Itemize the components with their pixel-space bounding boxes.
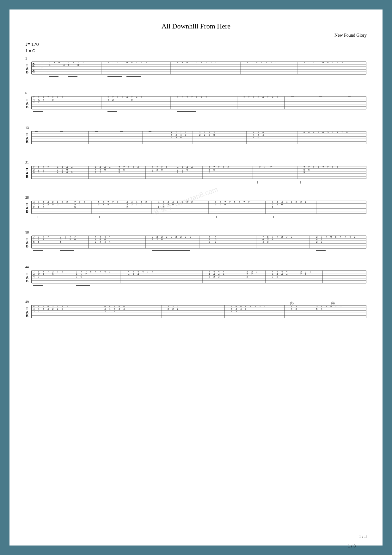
svg-text:5: 5 (220, 203, 221, 206)
svg-text:8: 8 (90, 270, 92, 273)
svg-text:0: 0 (43, 171, 44, 174)
svg-text:0: 0 (43, 206, 44, 209)
svg-text:2: 2 (73, 61, 74, 64)
svg-text:B: B (26, 279, 28, 283)
svg-text:2: 2 (254, 305, 256, 308)
svg-text:2: 2 (231, 310, 232, 313)
svg-text:4: 4 (340, 235, 341, 238)
svg-text:2: 2 (33, 206, 35, 209)
svg-text:2: 2 (76, 275, 77, 278)
svg-text:7: 7 (229, 201, 231, 203)
svg-text:2: 2 (209, 134, 210, 136)
svg-text:7: 7 (308, 61, 310, 64)
svg-text:7: 7 (47, 270, 49, 273)
svg-text:2: 2 (204, 134, 205, 136)
svg-text:0: 0 (38, 171, 40, 174)
svg-text:4: 4 (136, 96, 138, 99)
svg-text:2: 2 (131, 203, 133, 206)
svg-text:6: 6 (224, 203, 226, 206)
svg-text:4: 4 (286, 201, 288, 203)
svg-text:7: 7 (117, 201, 119, 203)
svg-text:0: 0 (161, 238, 163, 241)
tab-notation: ♩= 170 1 = C 1 T A B 2 4 — 1 7 6 (25, 41, 367, 554)
svg-text:7: 7 (239, 201, 240, 203)
svg-text:0: 0 (141, 203, 142, 206)
svg-text:6: 6 (256, 61, 258, 64)
svg-text:4: 4 (349, 235, 351, 238)
svg-text:6: 6 (182, 96, 183, 99)
svg-text:0: 0 (57, 203, 58, 206)
svg-text:0: 0 (152, 171, 153, 174)
svg-text:2: 2 (277, 96, 278, 99)
svg-text:0: 0 (187, 168, 188, 171)
svg-text:7: 7 (313, 61, 315, 64)
svg-text:5: 5 (123, 168, 125, 171)
svg-text:4: 4 (43, 308, 44, 310)
svg-text:2: 2 (38, 310, 40, 313)
svg-text:4: 4 (281, 273, 283, 276)
svg-text:7: 7 (267, 96, 269, 99)
svg-text:2: 2 (247, 275, 248, 278)
svg-text:—: — (120, 130, 123, 133)
svg-text:2: 2 (47, 203, 49, 206)
svg-text:7: 7 (57, 96, 58, 99)
svg-text:21: 21 (25, 161, 29, 165)
svg-text:2: 2 (196, 96, 198, 99)
svg-text:4: 4 (337, 61, 338, 64)
svg-text:6: 6 (68, 64, 70, 66)
svg-text:7: 7 (318, 166, 319, 169)
svg-text:2: 2 (66, 201, 68, 203)
svg-text:—: — (319, 95, 322, 98)
svg-text:13: 13 (25, 126, 29, 130)
svg-text:7: 7 (84, 201, 85, 203)
svg-text:4: 4 (33, 275, 35, 278)
svg-text:2: 2 (85, 273, 87, 276)
svg-text:7: 7 (286, 235, 288, 238)
svg-text:2: 2 (281, 235, 283, 238)
svg-text:2: 2 (156, 168, 158, 171)
svg-text:4: 4 (177, 61, 179, 64)
svg-text:B: B (26, 70, 28, 74)
svg-text:2: 2 (109, 270, 111, 273)
svg-text:0: 0 (52, 98, 54, 101)
svg-text:4: 4 (262, 240, 264, 243)
svg-text:5: 5 (74, 206, 76, 209)
svg-text:2: 2 (109, 310, 111, 313)
svg-text:7: 7 (337, 131, 338, 134)
svg-text:7: 7 (248, 201, 250, 203)
svg-text:3: 3 (190, 235, 191, 238)
svg-text:0: 0 (180, 136, 182, 139)
svg-text:2: 2 (250, 305, 251, 308)
svg-text:4: 4 (138, 273, 139, 276)
svg-text:2: 2 (354, 235, 356, 238)
svg-text:2: 2 (172, 308, 174, 310)
svg-text:7: 7 (266, 61, 267, 64)
tempo-marking: ♩= 170 (25, 42, 39, 47)
svg-text:—: — (348, 95, 351, 98)
svg-text:7: 7 (112, 61, 114, 64)
svg-text:6: 6 (25, 91, 27, 95)
svg-text:2: 2 (291, 201, 292, 203)
svg-text:44: 44 (25, 265, 29, 269)
svg-text:7: 7 (182, 61, 183, 64)
svg-text:5: 5 (316, 308, 318, 310)
svg-text:4: 4 (104, 240, 106, 243)
svg-text:2: 2 (199, 134, 201, 136)
svg-text:2: 2 (166, 166, 168, 169)
svg-text:2: 2 (136, 203, 138, 206)
svg-text:5: 5 (33, 240, 35, 243)
svg-text:2: 2 (100, 171, 101, 174)
svg-text:4: 4 (126, 96, 128, 99)
svg-text:B: B (26, 175, 28, 178)
svg-text:4: 4 (123, 308, 125, 310)
svg-text:2: 2 (296, 201, 297, 203)
svg-text:4: 4 (171, 136, 172, 139)
svg-text:7: 7 (327, 166, 329, 169)
svg-text:6: 6 (335, 235, 337, 238)
svg-text:5: 5 (119, 171, 120, 174)
svg-text:2: 2 (156, 238, 158, 241)
sheet-music-page: All Downhill From Here New Found Glory ♩… (9, 9, 383, 546)
svg-text:2: 2 (218, 275, 220, 278)
svg-text:2: 2 (41, 66, 43, 69)
svg-text:5: 5 (60, 240, 62, 243)
